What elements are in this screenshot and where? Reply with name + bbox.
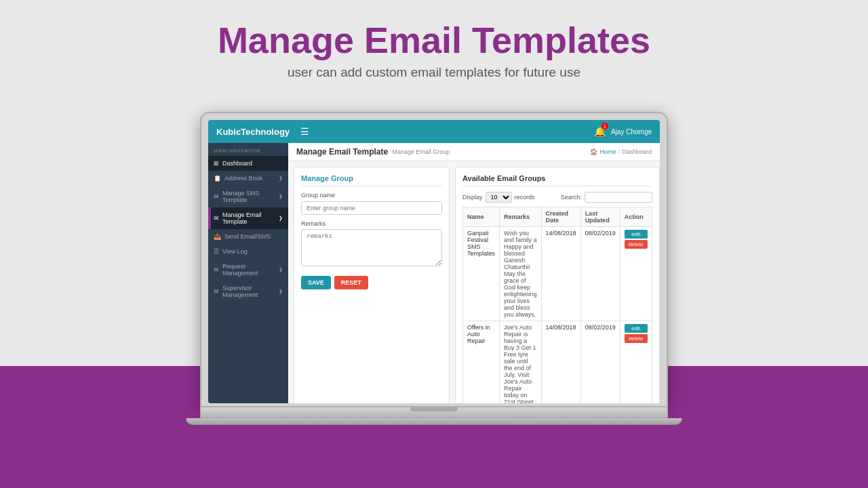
sidebar-item-view-log[interactable]: ☰ View Log [208, 244, 288, 259]
breadcrumb-current: Dashboard [622, 148, 652, 155]
left-panel-title: Manage Group [301, 174, 442, 186]
sms-template-arrow: ❯ [279, 194, 283, 199]
display-label: Display [462, 194, 483, 201]
breadcrumb-home-icon: 🏠 [590, 148, 597, 155]
sidebar-item-email-template[interactable]: ✉ Manage Email Template ❯ [208, 207, 288, 229]
col-remarks: Remarks [500, 207, 542, 227]
group-name-input[interactable] [301, 201, 442, 215]
sms-template-icon: ✉ [214, 193, 219, 200]
sidebar-label-supervisor: Supervisor Management [222, 285, 275, 298]
sidebar-label-sms-template: Manage SMS Template [222, 190, 275, 203]
supervisor-icon: ✉ [214, 288, 219, 295]
col-name: Name [463, 207, 500, 227]
remarks-input[interactable] [301, 229, 442, 266]
remarks-group: Remarks [301, 220, 442, 269]
sidebar-label-send: Send Email/SMS [224, 233, 271, 240]
laptop-notch [410, 407, 458, 411]
laptop-wrapper: KubicTechnology ☰ 🔔 1 Ajay Chomge [200, 112, 668, 425]
sidebar-item-address-book[interactable]: 📋 Address Book ❯ [208, 171, 288, 186]
sidebar-item-supervisor-mgmt[interactable]: ✉ Supervisor Management ❯ [208, 281, 288, 302]
email-groups-table: Name Remarks CreatedDate LastUpdated Act… [462, 207, 652, 403]
sidebar-item-sms-template[interactable]: ✉ Manage SMS Template ❯ [208, 186, 288, 207]
sidebar: MAIN NAVIGATION ⊞ Dashboard 📋 Address Bo… [208, 143, 288, 403]
sidebar-item-dashboard[interactable]: ⊞ Dashboard [208, 156, 288, 171]
page-title: Manage Email Template [296, 147, 388, 157]
view-log-icon: ☰ [214, 248, 219, 255]
navbar: KubicTechnology ☰ 🔔 1 Ajay Chomge [208, 120, 660, 143]
user-name: Ajay Chomge [611, 128, 652, 136]
laptop-screen-outer: KubicTechnology ☰ 🔔 1 Ajay Chomge [200, 112, 668, 407]
reset-button[interactable]: RESET [334, 276, 368, 289]
records-per-page-select[interactable]: 10 [486, 192, 512, 203]
sidebar-label-view-log: View Log [222, 248, 248, 255]
address-book-arrow: ❯ [279, 176, 283, 181]
email-template-arrow: ❯ [279, 216, 283, 221]
sidebar-label-dashboard: Dashboard [222, 160, 252, 167]
records-label: records [515, 194, 535, 201]
left-panel: Manage Group Group name Remarks [294, 167, 450, 403]
page-subtitle: Manage Email Group [392, 148, 450, 155]
app-ui: KubicTechnology ☰ 🔔 1 Ajay Chomge [208, 120, 660, 403]
group-name-label: Group name [301, 192, 442, 199]
table-row: Offers in Auto Repair Joe's Auto Repair … [463, 321, 652, 404]
laptop-screen-inner: KubicTechnology ☰ 🔔 1 Ajay Chomge [208, 120, 660, 403]
laptop-bottom [186, 418, 682, 425]
breadcrumb-sep: / [618, 148, 620, 155]
table-row: Ganpati Festival SMS Templates Wish you … [463, 227, 652, 321]
sidebar-nav-label: MAIN NAVIGATION [208, 146, 288, 156]
request-icon: ✉ [214, 266, 219, 273]
remarks-label: Remarks [301, 220, 442, 227]
main-title: Manage Email Templates [0, 19, 868, 61]
col-action: Action [620, 207, 652, 227]
supervisor-arrow: ❯ [279, 289, 283, 294]
request-arrow: ❯ [279, 267, 283, 272]
search-label: Search: [561, 194, 582, 201]
edit-button[interactable]: edit [625, 324, 648, 333]
save-button[interactable]: SAVE [301, 276, 331, 289]
laptop-base [200, 407, 668, 418]
right-panel-title: Available Email Groups [462, 174, 652, 186]
group-name-group: Group name [301, 192, 442, 215]
subtitle: user can add custom email templates for … [0, 65, 868, 80]
col-last-updated: LastUpdated [580, 207, 620, 227]
email-template-icon: ✉ [214, 215, 219, 222]
content-area: Manage Email Template Manage Email Group… [288, 143, 660, 403]
col-created-date: CreatedDate [541, 207, 580, 227]
hamburger-icon[interactable]: ☰ [300, 126, 309, 137]
notification-badge: 1 [601, 123, 608, 129]
sidebar-label-email-template: Manage Email Template [222, 211, 275, 225]
top-section: Manage Email Templates user can add cust… [0, 0, 868, 80]
delete-button[interactable]: delete [625, 240, 648, 249]
search-input[interactable] [585, 192, 652, 203]
navbar-brand: KubicTechnology [216, 127, 290, 137]
delete-button[interactable]: delete [625, 334, 648, 343]
breadcrumb: 🏠 Home / Dashboard [590, 148, 652, 155]
sidebar-label-address-book: Address Book [224, 175, 275, 182]
sidebar-item-send-email-sms[interactable]: 📤 Send Email/SMS [208, 229, 288, 244]
address-book-icon: 📋 [214, 175, 221, 182]
dashboard-icon: ⊞ [214, 160, 219, 167]
sidebar-label-request: Request Management [222, 263, 275, 277]
sidebar-item-request-mgmt[interactable]: ✉ Request Management ❯ [208, 259, 288, 281]
right-panel: Available Email Groups Display 10 [455, 167, 660, 403]
edit-button[interactable]: edit [625, 230, 648, 239]
page-header: Manage Email Template Manage Email Group… [288, 143, 660, 161]
send-icon: 📤 [214, 233, 221, 240]
breadcrumb-home[interactable]: Home [599, 148, 616, 155]
